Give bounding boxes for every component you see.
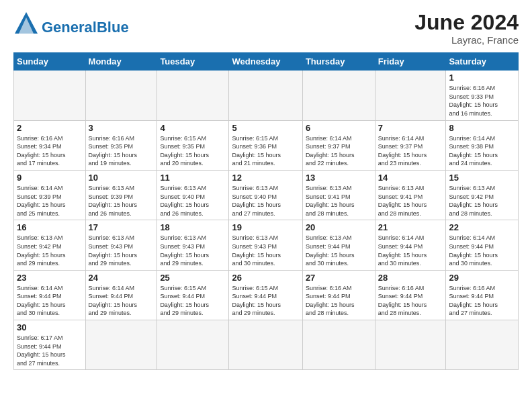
calendar-cell: 19Sunrise: 6:13 AM Sunset: 9:43 PM Dayli… (229, 220, 302, 270)
day-number: 5 (232, 123, 299, 133)
day-number: 4 (160, 123, 226, 133)
day-number: 22 (449, 222, 515, 232)
logo-text: GeneralBlue (42, 20, 129, 35)
calendar-cell: 8Sunrise: 6:14 AM Sunset: 9:38 PM Daylig… (446, 120, 519, 170)
day-info: Sunrise: 6:13 AM Sunset: 9:41 PM Dayligh… (378, 184, 443, 218)
calendar-cell: 5Sunrise: 6:15 AM Sunset: 9:36 PM Daylig… (229, 120, 302, 170)
day-info: Sunrise: 6:14 AM Sunset: 9:44 PM Dayligh… (89, 284, 154, 318)
calendar-cell (157, 320, 229, 370)
calendar-cell: 18Sunrise: 6:13 AM Sunset: 9:43 PM Dayli… (157, 220, 229, 270)
day-number: 17 (89, 222, 154, 232)
week-row-3: 9Sunrise: 6:14 AM Sunset: 9:39 PM Daylig… (14, 170, 519, 220)
day-number: 2 (17, 123, 83, 133)
calendar-cell: 2Sunrise: 6:16 AM Sunset: 9:34 PM Daylig… (14, 120, 86, 170)
day-info: Sunrise: 6:16 AM Sunset: 9:44 PM Dayligh… (306, 284, 372, 318)
day-number: 10 (89, 173, 154, 183)
header-row: Sunday Monday Tuesday Wednesday Thursday… (14, 53, 519, 71)
calendar-cell (85, 320, 157, 370)
calendar-cell: 28Sunrise: 6:16 AM Sunset: 9:44 PM Dayli… (375, 270, 446, 320)
calendar-cell: 13Sunrise: 6:13 AM Sunset: 9:41 PM Dayli… (302, 170, 375, 220)
calendar-cell (302, 320, 375, 370)
calendar-cell: 12Sunrise: 6:13 AM Sunset: 9:40 PM Dayli… (229, 170, 302, 220)
week-row-6: 30Sunrise: 6:17 AM Sunset: 9:44 PM Dayli… (14, 320, 519, 370)
calendar-cell: 25Sunrise: 6:15 AM Sunset: 9:44 PM Dayli… (157, 270, 229, 320)
header: GeneralBlue June 2024 Layrac, France (13, 11, 519, 46)
col-monday: Monday (85, 53, 157, 71)
col-sunday: Sunday (14, 53, 86, 71)
day-number: 24 (89, 273, 154, 283)
day-number: 8 (449, 123, 515, 133)
calendar-cell: 22Sunrise: 6:14 AM Sunset: 9:44 PM Dayli… (446, 220, 519, 270)
day-number: 20 (306, 222, 372, 232)
calendar-cell: 23Sunrise: 6:14 AM Sunset: 9:44 PM Dayli… (14, 270, 86, 320)
col-tuesday: Tuesday (157, 53, 229, 71)
calendar-cell: 4Sunrise: 6:15 AM Sunset: 9:35 PM Daylig… (157, 120, 229, 170)
day-info: Sunrise: 6:14 AM Sunset: 9:39 PM Dayligh… (17, 184, 83, 218)
logo-icon (13, 11, 39, 35)
day-info: Sunrise: 6:15 AM Sunset: 9:35 PM Dayligh… (160, 134, 226, 168)
calendar-cell: 14Sunrise: 6:13 AM Sunset: 9:41 PM Dayli… (375, 170, 446, 220)
day-info: Sunrise: 6:13 AM Sunset: 9:40 PM Dayligh… (160, 184, 226, 218)
calendar-cell: 11Sunrise: 6:13 AM Sunset: 9:40 PM Dayli… (157, 170, 229, 220)
calendar-cell (229, 71, 302, 120)
day-number: 3 (89, 123, 154, 133)
calendar-cell: 10Sunrise: 6:13 AM Sunset: 9:39 PM Dayli… (85, 170, 157, 220)
week-row-2: 2Sunrise: 6:16 AM Sunset: 9:34 PM Daylig… (14, 120, 519, 170)
month-title: June 2024 (414, 11, 519, 34)
day-info: Sunrise: 6:15 AM Sunset: 9:44 PM Dayligh… (232, 284, 299, 318)
day-info: Sunrise: 6:16 AM Sunset: 9:44 PM Dayligh… (449, 284, 515, 318)
day-number: 16 (17, 222, 83, 232)
day-info: Sunrise: 6:13 AM Sunset: 9:43 PM Dayligh… (232, 234, 299, 267)
calendar-body: 1Sunrise: 6:16 AM Sunset: 9:33 PM Daylig… (14, 71, 519, 370)
day-info: Sunrise: 6:13 AM Sunset: 9:42 PM Dayligh… (17, 234, 83, 267)
calendar-cell (229, 320, 302, 370)
day-info: Sunrise: 6:14 AM Sunset: 9:37 PM Dayligh… (378, 134, 443, 168)
col-wednesday: Wednesday (229, 53, 302, 71)
day-number: 13 (306, 173, 372, 183)
location: Layrac, France (414, 34, 519, 46)
logo-area: GeneralBlue (13, 11, 129, 35)
day-info: Sunrise: 6:13 AM Sunset: 9:43 PM Dayligh… (89, 234, 154, 267)
day-info: Sunrise: 6:14 AM Sunset: 9:37 PM Dayligh… (306, 134, 372, 168)
day-info: Sunrise: 6:16 AM Sunset: 9:44 PM Dayligh… (378, 284, 443, 318)
day-info: Sunrise: 6:16 AM Sunset: 9:34 PM Dayligh… (17, 134, 83, 168)
calendar-cell (375, 320, 446, 370)
calendar-cell (375, 71, 446, 120)
day-info: Sunrise: 6:16 AM Sunset: 9:33 PM Dayligh… (449, 84, 515, 118)
day-number: 15 (449, 173, 515, 183)
day-info: Sunrise: 6:13 AM Sunset: 9:41 PM Dayligh… (306, 184, 372, 218)
calendar-cell (85, 71, 157, 120)
day-info: Sunrise: 6:14 AM Sunset: 9:44 PM Dayligh… (378, 234, 443, 267)
day-number: 9 (17, 173, 83, 183)
day-number: 27 (306, 273, 372, 283)
calendar-cell: 27Sunrise: 6:16 AM Sunset: 9:44 PM Dayli… (302, 270, 375, 320)
calendar-cell: 15Sunrise: 6:13 AM Sunset: 9:42 PM Dayli… (446, 170, 519, 220)
day-number: 11 (160, 173, 226, 183)
week-row-1: 1Sunrise: 6:16 AM Sunset: 9:33 PM Daylig… (14, 71, 519, 120)
day-number: 26 (232, 273, 299, 283)
day-number: 1 (449, 73, 515, 83)
day-info: Sunrise: 6:13 AM Sunset: 9:39 PM Dayligh… (89, 184, 154, 218)
calendar-cell: 24Sunrise: 6:14 AM Sunset: 9:44 PM Dayli… (85, 270, 157, 320)
day-info: Sunrise: 6:15 AM Sunset: 9:44 PM Dayligh… (160, 284, 226, 318)
week-row-5: 23Sunrise: 6:14 AM Sunset: 9:44 PM Dayli… (14, 270, 519, 320)
calendar-cell (157, 71, 229, 120)
day-info: Sunrise: 6:14 AM Sunset: 9:44 PM Dayligh… (17, 284, 83, 318)
calendar-cell (302, 71, 375, 120)
col-thursday: Thursday (302, 53, 375, 71)
day-number: 25 (160, 273, 226, 283)
calendar-cell: 29Sunrise: 6:16 AM Sunset: 9:44 PM Dayli… (446, 270, 519, 320)
calendar: Sunday Monday Tuesday Wednesday Thursday… (13, 52, 519, 370)
calendar-cell: 16Sunrise: 6:13 AM Sunset: 9:42 PM Dayli… (14, 220, 86, 270)
day-number: 28 (378, 273, 443, 283)
day-info: Sunrise: 6:13 AM Sunset: 9:40 PM Dayligh… (232, 184, 299, 218)
col-friday: Friday (375, 53, 446, 71)
calendar-cell (446, 320, 519, 370)
day-number: 21 (378, 222, 443, 232)
logo-blue: Blue (97, 19, 129, 36)
calendar-cell: 21Sunrise: 6:14 AM Sunset: 9:44 PM Dayli… (375, 220, 446, 270)
col-saturday: Saturday (446, 53, 519, 71)
day-info: Sunrise: 6:16 AM Sunset: 9:35 PM Dayligh… (89, 134, 154, 168)
day-info: Sunrise: 6:15 AM Sunset: 9:36 PM Dayligh… (232, 134, 299, 168)
calendar-cell: 3Sunrise: 6:16 AM Sunset: 9:35 PM Daylig… (85, 120, 157, 170)
